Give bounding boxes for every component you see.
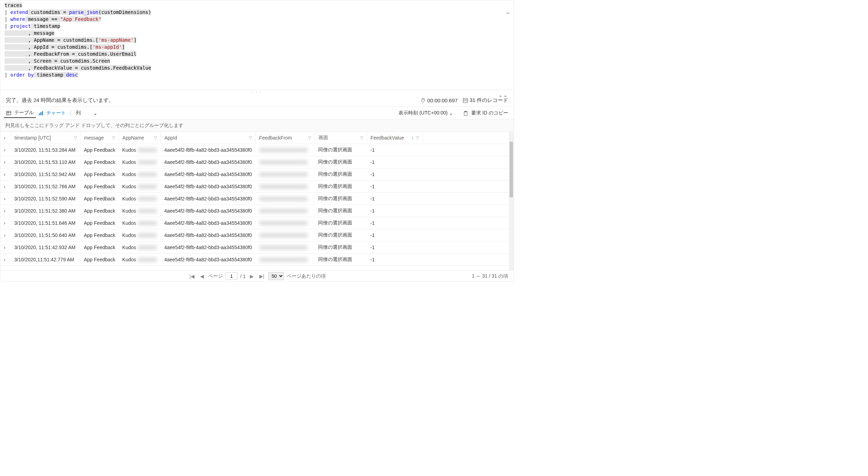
row-expand-toggle[interactable]: › [0, 254, 11, 266]
filter-icon[interactable]: ▽ [308, 135, 311, 140]
pager-pagesize-select[interactable]: 50 [268, 272, 284, 280]
results-table: › timestamp [UTC]▽ message▽ AppName▽ App… [0, 132, 514, 266]
column-header-feedbackfrom[interactable]: FeedbackFrom▽ [255, 132, 315, 144]
column-header-message[interactable]: message▽ [80, 132, 119, 144]
cell-screen: 同僚の選択画面 [315, 254, 367, 266]
table-row[interactable]: ›3/10/2020, 11:51:51.646 AMApp FeedbackK… [0, 217, 514, 229]
pager-current-page-input[interactable] [226, 272, 237, 280]
cell-appid: 4aee54f2-f8fb-4a82-bbd3-aa34554380f0 [161, 144, 255, 156]
cell-feedbackfrom: xxxxxxxxxxxxxxxxxxx [255, 241, 315, 254]
column-header-appid[interactable]: AppId▽ [161, 132, 255, 144]
row-expand-toggle[interactable]: › [0, 181, 11, 193]
table-row[interactable]: ›3/10/2020, 11:51:53.284 AMApp FeedbackK… [0, 144, 514, 156]
split-handle[interactable]: · · · ⌃⌃ [0, 90, 514, 94]
column-header-screen[interactable]: 画面▽ [315, 132, 367, 144]
pager-total-pages: / 1 [240, 273, 246, 279]
pager: |◀ ◀ ページ / 1 ▶ ▶| 50 ページあたりの項 1 ～ 31 / 3… [0, 270, 514, 281]
table-row[interactable]: ›3/10/2020, 11:51:52.380 AMApp FeedbackK… [0, 205, 514, 217]
chevron-double-up-icon[interactable]: ⌃⌃ [498, 96, 508, 99]
redacted-text: xxxxxxx [137, 184, 157, 189]
cell-feedbackvalue: -1 [367, 168, 423, 181]
cell-timestamp: 3/10/2020, 11:51:50.640 AM [11, 229, 80, 241]
redacted-text: xxxxxxx [137, 208, 157, 214]
row-expand-toggle[interactable]: › [0, 217, 11, 229]
cell-timestamp: 3/10/2020, 11:51:51.646 AM [11, 217, 80, 229]
table-row[interactable]: ›3/10/2020, 11:51:52.766 AMApp FeedbackK… [0, 181, 514, 193]
redacted-text: xxxxxxxxxxxxxxxxxxx [259, 184, 308, 189]
stopwatch-icon: ⏱ [420, 97, 426, 103]
chevron-right-icon: › [4, 257, 6, 262]
chevron-down-icon: ⌄ [449, 110, 453, 116]
chevron-right-icon: › [4, 147, 6, 153]
table-row[interactable]: ›3/10/2020, 11:51:52.942 AMApp FeedbackK… [0, 168, 514, 181]
row-expand-toggle[interactable]: › [0, 144, 11, 156]
table-row[interactable]: ›3/10/2020, 11:51:53.110 AMApp FeedbackK… [0, 156, 514, 168]
chevron-right-icon: › [4, 184, 6, 189]
status-bar: 完了。過去 24 時間の結果を表示しています。 ⏱00:00:00.697 31… [0, 94, 514, 107]
pager-next-button[interactable]: ▶ [248, 273, 255, 279]
row-expand-toggle[interactable]: › [0, 229, 11, 241]
columns-dropdown[interactable]: 列 ⌄ [74, 109, 100, 118]
collapse-editor-icon[interactable]: — [506, 9, 510, 16]
filter-icon[interactable]: ▽ [112, 135, 115, 140]
scrollbar-thumb[interactable] [510, 142, 513, 197]
cell-appid: 4aee54f2-f8fb-4a82-bbd3-aa34554380f0 [161, 241, 255, 254]
copy-request-id-button[interactable]: 要求 ID のコピー [461, 109, 510, 118]
table-row[interactable]: ›3/10/2020,11:51:42.779 AMApp FeedbackKu… [0, 254, 514, 266]
redacted-text: xxxxxxx [137, 257, 157, 262]
table-row[interactable]: ›3/10/2020, 11:51:42.932 AMApp FeedbackK… [0, 241, 514, 254]
redacted-text: xxxxxxxxxxxxxxxxxxx [259, 245, 308, 250]
row-expand-toggle[interactable]: › [0, 168, 11, 181]
sort-down-icon[interactable]: ↓ [412, 135, 414, 140]
list-icon [463, 97, 468, 103]
row-expand-toggle[interactable]: › [0, 193, 11, 205]
query-editor[interactable]: traces | extend customdims = parse_json(… [0, 0, 514, 90]
cell-screen: 同僚の選択画面 [315, 181, 367, 193]
table-row[interactable]: ›3/10/2020, 11:51:50.640 AMApp FeedbackK… [0, 229, 514, 241]
row-expand-toggle[interactable]: › [0, 156, 11, 168]
tab-table[interactable]: テーブル [4, 108, 36, 118]
redacted-text: xxxxxxx [137, 220, 157, 226]
cell-feedbackfrom: xxxxxxxxxxxxxxxxxxx [255, 156, 315, 168]
cell-message: App Feedback [80, 181, 119, 193]
cell-message: App Feedback [80, 217, 119, 229]
table-row[interactable]: ›3/10/2020, 11:51:52.590 AMApp FeedbackK… [0, 193, 514, 205]
row-expand-toggle[interactable]: › [0, 205, 11, 217]
cell-screen: 同僚の選択画面 [315, 193, 367, 205]
cell-feedbackfrom: xxxxxxxxxxxxxxxxxxx [255, 181, 315, 193]
cell-feedbackvalue: -1 [367, 217, 423, 229]
redacted-text: xxxxxxxxxxxxxxxxxxx [259, 196, 308, 201]
cell-message: App Feedback [80, 254, 119, 266]
cell-timestamp: 3/10/2020, 11:51:52.380 AM [11, 205, 80, 217]
cell-screen: 同僚の選択画面 [315, 217, 367, 229]
pager-prev-button[interactable]: ◀ [199, 273, 205, 279]
cell-screen: 同僚の選択画面 [315, 229, 367, 241]
cell-appid: 4aee54f2-f8fb-4a82-bbd3-aa34554380f0 [161, 254, 255, 266]
cell-timestamp: 3/10/2020, 11:51:52.766 AM [11, 181, 80, 193]
filter-icon[interactable]: ▽ [249, 135, 252, 140]
groupby-dropzone[interactable]: 列見出しをここにドラッグ アンド ドロップして、その列ごとにグループ化します [0, 120, 514, 132]
column-header-feedbackvalue[interactable]: FeedbackValue↓▽ [367, 132, 423, 144]
svg-rect-0 [463, 98, 467, 103]
row-expand-toggle[interactable]: › [0, 241, 11, 254]
column-header-appname[interactable]: AppName▽ [119, 132, 161, 144]
timezone-dropdown[interactable]: 表示時刻 (UTC+00:00) ⌄ [396, 109, 455, 118]
cell-feedbackvalue: -1 [367, 241, 423, 254]
column-header-timestamp[interactable]: timestamp [UTC]▽ [11, 132, 80, 144]
duration-stat: ⏱00:00:00.697 [420, 97, 458, 103]
cell-screen: 同僚の選択画面 [315, 156, 367, 168]
filter-icon[interactable]: ▽ [154, 135, 157, 140]
tab-chart[interactable]: チャート [36, 109, 68, 118]
svg-rect-8 [42, 111, 43, 115]
column-expand[interactable]: › [0, 132, 11, 144]
pager-last-button[interactable]: ▶| [258, 273, 266, 279]
pager-first-button[interactable]: |◀ [188, 273, 196, 279]
chevron-right-icon: › [4, 135, 6, 141]
vertical-scrollbar[interactable] [509, 132, 514, 270]
filter-icon[interactable]: ▽ [416, 135, 419, 140]
cell-feedbackvalue: -1 [367, 156, 423, 168]
filter-icon[interactable]: ▽ [360, 135, 363, 140]
filter-icon[interactable]: ▽ [74, 135, 77, 140]
chevron-right-icon: › [4, 159, 6, 165]
cell-feedbackvalue: -1 [367, 254, 423, 266]
